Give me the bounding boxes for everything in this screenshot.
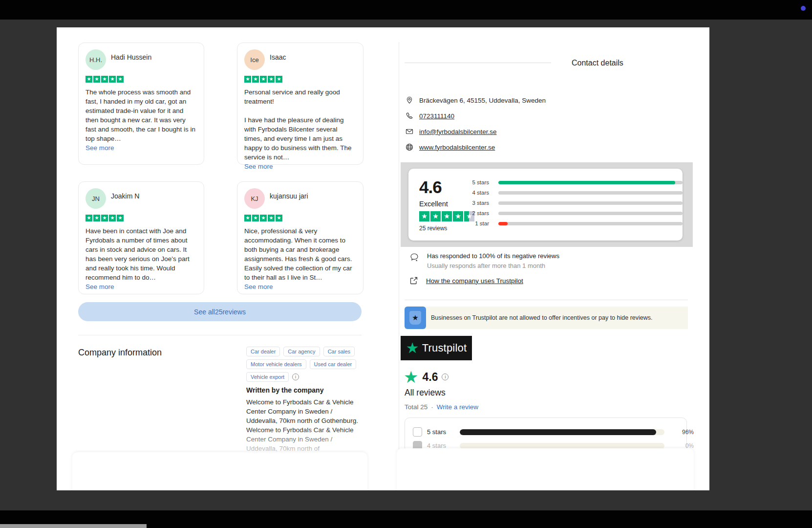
browser-page: H.H. Hadi Hussein The whole process was … [57, 27, 709, 490]
filter-bar-track [460, 429, 664, 435]
star-icon [252, 76, 259, 83]
bottom-overlay-left [72, 452, 367, 490]
see-more-link[interactable]: See more [244, 283, 273, 290]
bar-label: 3 stars [462, 200, 489, 206]
review-text: Have been in contact with Joe and Fyrdob… [85, 226, 197, 291]
star-icon [117, 76, 124, 83]
rating-bar-row: 3 stars [462, 200, 683, 206]
bar-track [498, 222, 683, 225]
category-tag[interactable]: Car sales [323, 347, 355, 356]
avatar: KJ [244, 188, 265, 209]
contact-details-title: Contact details [572, 59, 623, 67]
see-more-link[interactable]: See more [85, 144, 114, 152]
star-icon [109, 76, 116, 83]
all-reviews-heading: All reviews [405, 388, 446, 398]
star-icon [268, 76, 275, 83]
bottom-overlay-right [397, 448, 694, 490]
review-text: Personal service and really good treatme… [244, 88, 356, 171]
star-icon [85, 76, 92, 83]
chat-bubble-icon [409, 252, 419, 262]
bar-track [498, 201, 683, 205]
avatar: Ice [244, 49, 265, 70]
bar-label: 4 stars [462, 190, 489, 196]
responds-line: Has responded to 100% of its negative re… [427, 252, 559, 260]
responds-sub-line: Usually responds after more than 1 month [427, 262, 559, 269]
review-card[interactable]: Ice Isaac Personal service and really go… [237, 43, 363, 165]
incentives-notice: ★ Businesses on Trustpilot are not allow… [405, 307, 688, 329]
filter-bar-fill [460, 429, 656, 435]
section-divider [405, 300, 688, 300]
star-icon [268, 215, 275, 221]
category-tag[interactable]: Car dealer [246, 347, 280, 356]
reviewer-name: kujansuu jari [270, 192, 308, 200]
review-paragraph: Personal service and really good treatme… [244, 88, 356, 106]
reviewer-name: Isaac [270, 53, 286, 61]
phone-link[interactable]: 0723111140 [419, 112, 454, 120]
bar-track [498, 181, 683, 184]
trustpilot-logo[interactable]: ★ Trustpilot [401, 336, 472, 360]
trustscore-frame: 4.6 Excellent 25 reviews 5 stars 4 stars… [401, 162, 693, 247]
star-icon [101, 76, 108, 83]
info-icon[interactable]: i [292, 374, 299, 380]
star-icon [244, 76, 251, 83]
shield-star-icon: ★ [409, 311, 421, 325]
category-tags: Car dealer Car agency Car sales Motor ve… [246, 347, 363, 382]
write-review-link[interactable]: Write a review [437, 403, 478, 411]
star-rating [244, 76, 356, 83]
see-more-link[interactable]: See more [85, 283, 114, 290]
checkbox[interactable] [413, 427, 422, 437]
review-paragraph: I have had the pleasure of dealing with … [244, 115, 356, 162]
star-icon [276, 76, 282, 83]
rating-bar-row: 5 stars [462, 179, 683, 185]
website-link[interactable]: www.fyrbodalsbilcenter.se [419, 144, 495, 151]
review-paragraph: Have been in contact with Joe and Fyrdob… [85, 226, 197, 282]
address-text: Bräckevägen 6, 45155, Uddevalla, Sweden [419, 97, 546, 104]
rating-bar-row: 1 star [462, 220, 683, 226]
filter-label: 5 stars [427, 428, 452, 436]
review-paragraph: Nice, professional & very accommodating.… [244, 226, 356, 282]
uses-trustpilot-row[interactable]: How the company uses Trustpilot [409, 276, 523, 285]
contact-email-row[interactable]: info@fyrbodalsbilcenter.se [406, 128, 497, 135]
written-by-heading: Written by the company [246, 386, 323, 394]
star-icon [260, 215, 267, 221]
star-icon [419, 211, 429, 221]
category-tag[interactable]: Motor vehicle dealers [246, 359, 306, 369]
star-icon [276, 215, 282, 221]
status-dot [801, 6, 806, 11]
bar-fill [498, 181, 675, 184]
desktop-stage: H.H. Hadi Hussein The whole process was … [0, 0, 812, 528]
dot-separator: · [431, 403, 433, 411]
review-card[interactable]: H.H. Hadi Hussein The whole process was … [78, 43, 204, 165]
star-icon [442, 211, 452, 221]
star-icon [453, 211, 463, 221]
category-tag[interactable]: Car agency [283, 347, 320, 356]
score-value: 4.6 [422, 371, 438, 384]
contact-phone-row[interactable]: 0723111140 [406, 112, 454, 120]
bar-track [498, 191, 683, 195]
contact-address-row: Bräckevägen 6, 45155, Uddevalla, Sweden [406, 96, 546, 104]
see-more-link[interactable]: See more [244, 163, 273, 170]
email-icon [406, 128, 413, 135]
trustscore-card: 4.6 Excellent 25 reviews 5 stars 4 stars… [408, 169, 683, 241]
uses-trustpilot-link[interactable]: How the company uses Trustpilot [426, 277, 523, 285]
see-all-reviews-button[interactable]: See all25reviews [78, 302, 362, 321]
top-black-bar [0, 0, 812, 20]
category-tag[interactable]: Used car dealer [310, 359, 357, 369]
review-card[interactable]: KJ kujansuu jari Nice, professional & ve… [237, 181, 363, 294]
star-icon [117, 215, 124, 221]
responsiveness-row: Has responded to 100% of its negative re… [409, 252, 559, 269]
location-pin-icon [406, 96, 413, 104]
email-link[interactable]: info@fyrbodalsbilcenter.se [419, 128, 497, 135]
score-summary: ★ 4.6 i [404, 369, 449, 385]
contact-website-row[interactable]: www.fyrbodalsbilcenter.se [406, 143, 495, 151]
category-tag[interactable]: Vehicle export [246, 372, 289, 382]
avatar: H.H. [85, 49, 106, 70]
review-card[interactable]: JN Joakim N Have been in contact with Jo… [78, 181, 204, 294]
info-icon[interactable]: i [442, 374, 449, 380]
external-link-icon [409, 276, 418, 285]
review-paragraph: The whole process was smooth and fast, I… [85, 88, 197, 143]
reviewer-name: Joakim N [111, 192, 139, 200]
trustpilot-star-icon: ★ [406, 341, 419, 355]
bottom-gray-strip [0, 524, 147, 528]
star-rating [85, 215, 197, 221]
